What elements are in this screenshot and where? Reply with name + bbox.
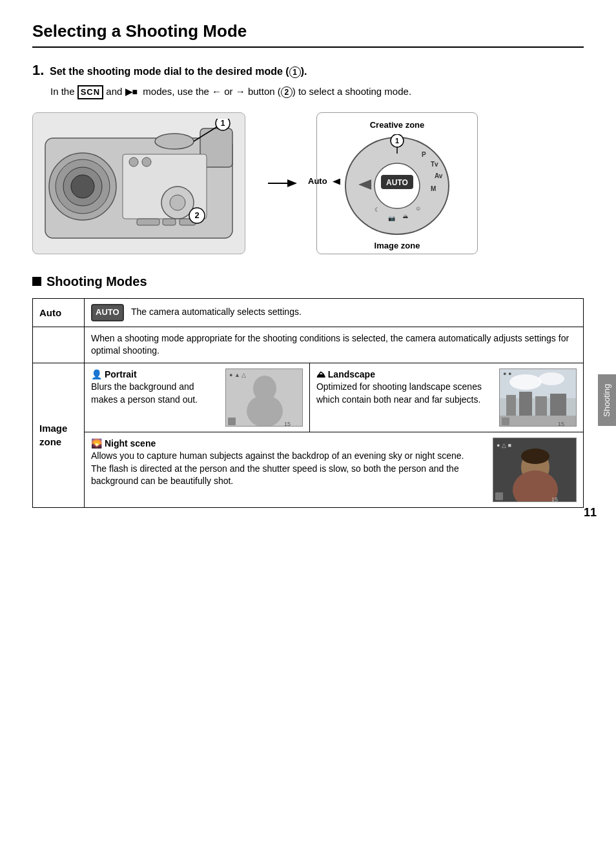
dial-diagram: Creative zone P Tv Av M ☺ ⛰ 📷	[316, 112, 478, 254]
description-row-content: When a shooting mode appropriate for the…	[85, 327, 584, 363]
scn-badge: SCN	[77, 85, 103, 99]
svg-rect-53	[500, 416, 577, 427]
svg-text:📷: 📷	[388, 214, 396, 222]
svg-rect-63	[495, 492, 503, 500]
portrait-row: 👤 Portrait Blurs the background and make…	[91, 368, 303, 427]
section-heading-text: Shooting Modes	[46, 272, 147, 290]
night-img: ● △ ■ 15	[493, 438, 577, 502]
portrait-section: 👤 Portrait Blurs the background and make…	[91, 368, 220, 407]
svg-rect-9	[142, 157, 151, 167]
svg-text:M: M	[431, 185, 436, 192]
auto-arrow	[333, 179, 342, 185]
auto-label: Auto	[308, 176, 327, 187]
svg-point-47	[509, 374, 542, 390]
svg-text:Tv: Tv	[431, 161, 438, 168]
svg-text:15: 15	[551, 496, 558, 502]
landscape-img: ● ● 15	[500, 369, 577, 427]
table-row-image-zone: Image zone 👤 Portrait Blurs the backgrou…	[33, 363, 584, 432]
svg-rect-12	[137, 219, 159, 225]
connector	[265, 170, 297, 196]
table-row-auto: Auto AUTO The camera automatically selec…	[33, 299, 584, 327]
svg-text:1: 1	[221, 119, 225, 128]
night-text: 🌄 Night scene Allows you to capture huma…	[91, 438, 480, 488]
landscape-text: Optimized for shooting landscape scenes …	[316, 381, 494, 406]
svg-text:AUTO: AUTO	[386, 178, 408, 187]
svg-rect-43	[228, 418, 236, 425]
section-title: Shooting Modes	[32, 272, 584, 290]
landscape-cell: ⛰ Landscape Optimized for shooting lands…	[309, 363, 583, 432]
page-number: 11	[584, 505, 597, 521]
svg-text:15: 15	[558, 421, 564, 427]
svg-marker-38	[333, 179, 340, 185]
portrait-heading: 👤 Portrait	[91, 368, 220, 381]
svg-text:☾: ☾	[375, 207, 380, 213]
modes-table: Auto AUTO The camera automatically selec…	[32, 298, 584, 507]
auto-row-label: Auto	[33, 299, 85, 327]
svg-point-48	[539, 372, 564, 385]
landscape-row: ⛰ Landscape Optimized for shooting lands…	[316, 368, 577, 427]
step-description: In the SCN and ▶■ modes, use the ← or → …	[50, 85, 584, 99]
step-label: 1.	[32, 62, 44, 78]
svg-marker-21	[287, 179, 297, 187]
dial-svg: P Tv Av M ☺ ⛰ 📷 ☾ AUTO 1	[339, 134, 455, 237]
svg-text:Av: Av	[435, 172, 443, 179]
portrait-img: ● ▲ △ 15	[226, 369, 303, 427]
camera-svg: 2 1	[39, 119, 239, 248]
description-row-label	[33, 327, 85, 363]
portrait-photo: ● ▲ △ 15	[225, 368, 303, 427]
section-bullet	[32, 277, 41, 286]
svg-text:2: 2	[194, 210, 199, 220]
diagram-area: 2 1 Creative zone	[32, 112, 584, 254]
side-tab: Shooting	[598, 374, 616, 426]
svg-text:● ●: ● ●	[503, 370, 511, 377]
page-container: Selecting a Shooting Mode 1. Set the sho…	[0, 0, 616, 534]
camera-diagram: 2 1	[32, 112, 245, 254]
svg-text:● ▲ △: ● ▲ △	[229, 372, 246, 378]
landscape-section: ⛰ Landscape Optimized for shooting lands…	[316, 368, 494, 407]
portrait-text: Blurs the background and makes a person …	[91, 381, 220, 406]
step-one: 1. Set the shooting mode dial to the des…	[32, 61, 584, 99]
night-photo: ● △ ■ 15	[493, 438, 577, 502]
svg-text:● △ ■: ● △ ■	[497, 442, 511, 449]
table-row-night: 🌄 Night scene Allows you to capture huma…	[33, 432, 584, 507]
svg-point-42	[247, 395, 283, 427]
svg-rect-13	[163, 219, 176, 225]
auto-row-content: AUTO The camera automatically selects se…	[85, 299, 584, 327]
page-title: Selecting a Shooting Mode	[32, 19, 584, 48]
svg-point-61	[521, 449, 549, 464]
night-description: Allows you to capture human subjects aga…	[91, 450, 480, 488]
portrait-cell: 👤 Portrait Blurs the background and make…	[85, 363, 310, 432]
step-heading: 1. Set the shooting mode dial to the des…	[32, 61, 584, 81]
svg-point-11	[170, 195, 185, 210]
svg-text:P: P	[422, 151, 426, 158]
night-cell: 🌄 Night scene Allows you to capture huma…	[85, 432, 584, 507]
dial-creative-label: Creative zone	[370, 119, 425, 131]
svg-text:15: 15	[284, 421, 291, 427]
svg-text:☺: ☺	[415, 205, 421, 212]
svg-point-7	[155, 134, 194, 149]
night-heading: 🌄 Night scene	[91, 438, 480, 450]
svg-rect-54	[502, 418, 509, 425]
arrow-svg	[265, 170, 297, 196]
callout-2: 2	[281, 86, 293, 98]
landscape-heading: ⛰ Landscape	[316, 368, 494, 381]
step-text: Set the shooting mode dial to the desire…	[47, 66, 307, 77]
image-zone-label: Image zone	[33, 363, 85, 507]
movie-mode-icon: ▶■	[125, 86, 138, 97]
svg-text:1: 1	[395, 137, 399, 145]
dial-image-label: Image zone	[375, 240, 420, 252]
table-row-description: When a shooting mode appropriate for the…	[33, 327, 584, 363]
landscape-photo: ● ● 15	[499, 368, 577, 427]
svg-text:⛰: ⛰	[402, 213, 408, 219]
callout-1: 1	[289, 66, 301, 78]
svg-rect-8	[129, 157, 138, 167]
auto-icon: AUTO	[91, 304, 124, 321]
night-section: 🌄 Night scene Allows you to capture huma…	[91, 438, 577, 502]
svg-point-6	[71, 175, 94, 198]
